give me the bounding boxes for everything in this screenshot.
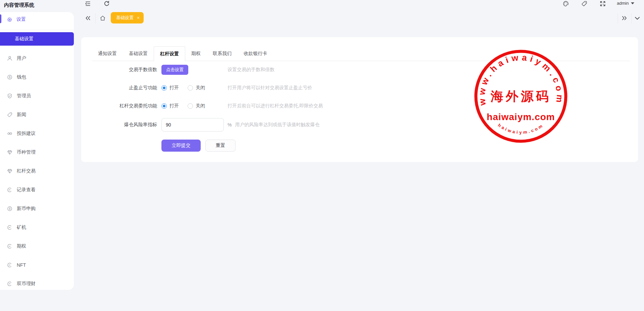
sidebar-item-miner[interactable]: 矿机	[0, 218, 74, 237]
leverage-settings-form: 交易手数倍数 点击设置 设置交易的手数和倍数 止盈止亏功能 打开 关闭	[81, 61, 638, 152]
sidebar-item-admins[interactable]: 管理员	[0, 87, 74, 105]
tagbar-separator	[95, 13, 96, 23]
menu-fold-icon[interactable]	[85, 0, 91, 7]
form-row-trade-lots: 交易手数倍数 点击设置 设置交易的手数和倍数	[81, 64, 638, 76]
field-label: 交易手数倍数	[81, 67, 157, 73]
records-icon	[7, 187, 13, 193]
sidebar-item-currency[interactable]: 币种管理	[0, 143, 74, 162]
tab-receiving-bank-card[interactable]: 收款银行卡	[238, 46, 273, 61]
sidebar-item-basic-settings-active[interactable]: 基础设置	[0, 32, 74, 46]
home-icon[interactable]	[99, 15, 106, 21]
form-row-stop-profit-loss: 止盈止亏功能 打开 关闭 打开用户将可以针对交易设置止盈止亏价	[81, 82, 638, 94]
caret-down-icon	[631, 2, 634, 4]
tagbar-separator	[631, 13, 632, 23]
radio-open[interactable]: 打开	[161, 103, 179, 109]
sidebar-group-settings[interactable]: 设置	[0, 13, 74, 26]
tab-basic-settings[interactable]: 基础设置	[123, 46, 154, 61]
sidebar-item-label: 钱包	[17, 74, 26, 80]
active-indicator-bar	[0, 14, 1, 23]
tab-contact-us[interactable]: 联系我们	[207, 46, 238, 61]
submit-button[interactable]: 立即提交	[161, 140, 201, 152]
field-label: 杠杆交易委托功能	[81, 103, 157, 109]
app-window: 内容管理系统 设置 基础设置 用户 $ 钱包	[0, 0, 644, 311]
sidebar-menu: 用户 $ 钱包 管理员 新闻	[0, 46, 74, 293]
tab-leverage-settings[interactable]: 杠杆设置	[154, 46, 185, 61]
svg-text:$: $	[9, 75, 10, 79]
sidebar-item-options[interactable]: 期权	[0, 237, 74, 256]
open-tab-label: 基础设置	[116, 15, 134, 21]
radio-close[interactable]: 关闭	[188, 103, 205, 109]
sidebar-active-sub-label: 基础设置	[15, 36, 34, 42]
close-icon[interactable]: ×	[137, 15, 140, 20]
form-row-leverage-entrust: 杠杆交易委托功能 打开 关闭 打开后前台可以进行杠杆交易委托,即限价交易	[81, 100, 638, 112]
chevron-double-left-icon[interactable]	[85, 15, 91, 21]
radio-label: 打开	[169, 103, 179, 109]
sidebar-divider	[0, 30, 74, 30]
tagbar-separator	[617, 13, 618, 23]
sidebar-item-wallet[interactable]: $ 钱包	[0, 68, 74, 87]
sidebar-item-feedback[interactable]: 投拆建议	[0, 124, 74, 143]
options-icon	[7, 243, 13, 249]
user-icon	[7, 55, 13, 61]
field-label: 止盈止亏功能	[81, 85, 157, 91]
sidebar-item-news[interactable]: 新闻	[0, 105, 74, 124]
news-tag-icon	[7, 112, 13, 118]
chevron-double-right-icon[interactable]	[621, 15, 628, 21]
sidebar: 设置 基础设置 用户 $ 钱包 管理员	[0, 12, 74, 290]
sidebar-item-label: NFT	[17, 262, 26, 268]
sidebar-item-label: 杠杆交易	[17, 168, 36, 174]
open-tab-basic-settings[interactable]: 基础设置 ×	[111, 12, 144, 23]
sidebar-item-label: 新闻	[17, 112, 26, 118]
tag-icon[interactable]	[581, 0, 588, 7]
tab-options[interactable]: 期权	[185, 46, 207, 61]
tab-notification-settings[interactable]: 通知设置	[92, 46, 123, 61]
form-actions: 立即提交 重置	[161, 140, 638, 152]
field-label: 爆仓风险率指标	[81, 122, 157, 128]
app-title: 内容管理系统	[4, 2, 34, 8]
radio-close[interactable]: 关闭	[188, 85, 205, 91]
nft-icon	[7, 262, 13, 268]
field-hint: 设置交易的手数和倍数	[228, 67, 275, 73]
theme-palette-icon[interactable]	[562, 0, 569, 7]
sidebar-item-new-coin[interactable]: $ 新币申购	[0, 199, 74, 218]
radio-unselected-icon[interactable]	[188, 103, 193, 109]
risk-rate-input[interactable]	[161, 118, 224, 132]
svg-text:$: $	[9, 207, 10, 210]
sidebar-item-label: 记录查看	[17, 187, 36, 193]
click-to-set-button[interactable]: 点击设置	[161, 65, 188, 75]
percent-suffix: %	[228, 122, 232, 127]
sidebar-item-label: 新币申购	[17, 206, 36, 212]
sidebar-item-dual-finance[interactable]: 双币理财	[0, 274, 74, 293]
radio-unselected-icon[interactable]	[188, 85, 193, 91]
fullscreen-icon[interactable]	[599, 0, 606, 7]
sidebar-item-nft[interactable]: NFT	[0, 256, 74, 274]
wallet-icon: $	[7, 74, 13, 80]
currency-gem-icon	[7, 149, 13, 155]
admin-shield-icon	[7, 93, 13, 99]
sidebar-item-records[interactable]: 记录查看	[0, 180, 74, 199]
radio-selected-icon[interactable]	[161, 103, 167, 109]
field-hint: 打开用户将可以针对交易设置止盈止亏价	[228, 85, 312, 91]
refresh-icon[interactable]	[103, 0, 110, 7]
username: admin	[617, 1, 629, 6]
sidebar-item-label: 双币理财	[17, 281, 36, 287]
sidebar-item-leverage[interactable]: 杠杆交易	[0, 162, 74, 180]
radio-label: 关闭	[196, 85, 205, 91]
sidebar-item-label: 币种管理	[17, 149, 36, 155]
sidebar-item-label: 矿机	[17, 224, 26, 230]
reset-button[interactable]: 重置	[205, 140, 236, 152]
radio-selected-icon[interactable]	[161, 85, 167, 91]
sidebar-item-users[interactable]: 用户	[0, 49, 74, 68]
radio-label: 关闭	[196, 103, 205, 109]
radio-open[interactable]: 打开	[161, 85, 179, 91]
feedback-icon	[7, 131, 13, 137]
radio-label: 打开	[169, 85, 179, 91]
chevron-down-icon[interactable]	[634, 16, 641, 22]
sidebar-item-label: 管理员	[17, 93, 31, 99]
user-menu[interactable]: admin	[617, 1, 634, 6]
gear-icon	[7, 17, 12, 22]
settings-tabs: 通知设置 基础设置 杠杆设置 期权 联系我们 收款银行卡	[92, 46, 630, 61]
field-hint: 用户的风险率达到或低于该值时触发爆仓	[235, 122, 319, 128]
settings-card: 通知设置 基础设置 杠杆设置 期权 联系我们 收款银行卡 交易手数倍数 点击设置…	[81, 37, 638, 162]
sidebar-item-label: 期权	[17, 243, 26, 249]
